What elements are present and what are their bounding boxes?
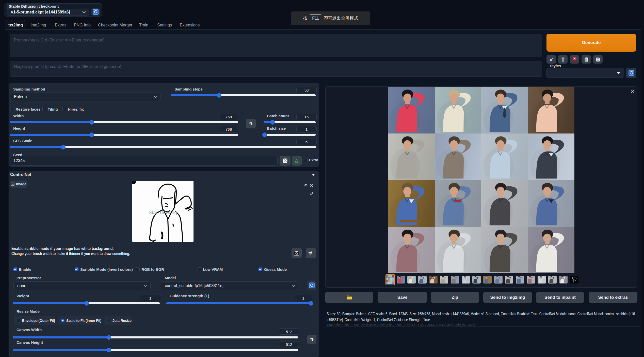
svg-text:Start drawing: Start drawing <box>149 210 177 215</box>
